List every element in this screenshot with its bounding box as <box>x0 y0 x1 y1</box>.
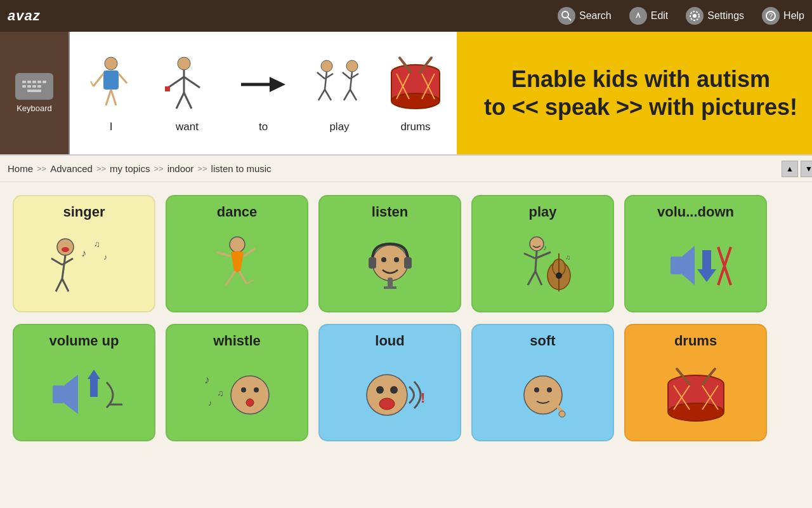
grid-row-2: volume up <box>13 324 812 441</box>
left-content: Keyboard <box>0 32 812 508</box>
breadcrumb-my-topics[interactable]: my topics <box>110 163 150 174</box>
svg-text:!: ! <box>421 390 425 406</box>
card-singer-label: singer <box>63 204 105 220</box>
svg-point-7 <box>105 57 117 70</box>
word-label-to: to <box>259 121 268 133</box>
help-button[interactable]: ? Help <box>762 7 804 25</box>
svg-point-0 <box>562 11 568 18</box>
word-card-to[interactable]: to <box>235 53 292 133</box>
scroll-up-arrow[interactable]: ▲ <box>782 161 798 177</box>
svg-point-105 <box>534 387 539 392</box>
edit-icon <box>629 7 647 25</box>
svg-line-60 <box>239 271 247 284</box>
card-drums-img <box>631 354 761 435</box>
svg-text:♪: ♪ <box>208 398 213 408</box>
settings-icon <box>686 7 704 25</box>
svg-point-100 <box>376 386 384 394</box>
card-singer[interactable]: singer ♪ ♫ <box>13 195 155 312</box>
breadcrumb-indoor[interactable]: indoor <box>167 163 194 174</box>
svg-point-29 <box>346 60 358 72</box>
svg-line-57 <box>217 252 231 257</box>
card-volume-down[interactable]: volu...down <box>624 195 767 312</box>
svg-point-106 <box>547 387 552 392</box>
word-img-i <box>82 53 140 117</box>
svg-line-16 <box>168 77 184 88</box>
card-dance[interactable]: dance <box>166 195 308 312</box>
svg-rect-81 <box>671 257 682 274</box>
svg-point-97 <box>254 387 259 392</box>
svg-line-73 <box>528 271 535 285</box>
settings-button[interactable]: Settings <box>686 7 744 25</box>
svg-point-78 <box>556 272 562 279</box>
svg-point-62 <box>372 245 408 281</box>
svg-marker-89 <box>88 370 100 379</box>
svg-line-71 <box>524 253 535 258</box>
svg-rect-83 <box>702 250 711 269</box>
word-label-play: play <box>329 121 349 133</box>
svg-text:♪: ♪ <box>543 243 547 252</box>
svg-point-98 <box>246 399 254 406</box>
word-card-i[interactable]: I <box>82 53 140 133</box>
svg-point-14 <box>178 57 190 70</box>
edit-label: Edit <box>651 10 669 22</box>
card-soft[interactable]: soft <box>471 324 614 441</box>
card-singer-img: ♪ ♫ ♪ <box>19 225 149 306</box>
help-label: Help <box>783 10 804 22</box>
card-soft-label: soft <box>530 333 555 349</box>
svg-line-25 <box>317 72 325 79</box>
search-icon <box>558 7 575 25</box>
ad-text: Enable kids with autismto << speak >> wi… <box>484 65 797 120</box>
card-loud[interactable]: loud <box>318 324 461 441</box>
sentence-bar: Keyboard <box>0 32 812 156</box>
svg-line-19 <box>184 93 192 109</box>
card-soft-img <box>478 354 608 435</box>
top-bar: avaz Search Edit Settings ? Help <box>0 0 812 32</box>
word-label-drums: drums <box>400 121 430 133</box>
card-play[interactable]: play <box>471 195 614 312</box>
svg-line-13 <box>111 90 116 105</box>
svg-point-108 <box>559 411 565 417</box>
svg-rect-20 <box>165 86 170 91</box>
svg-line-52 <box>62 279 69 291</box>
svg-line-74 <box>535 271 542 285</box>
word-card-drums[interactable]: drums <box>387 53 444 133</box>
svg-point-23 <box>321 60 332 72</box>
card-drums[interactable]: drums <box>624 324 767 441</box>
word-label-i: I <box>110 121 113 133</box>
grid-row-1: singer ♪ ♫ <box>13 195 812 312</box>
svg-point-47 <box>62 247 69 252</box>
card-loud-img: ! <box>325 354 455 435</box>
word-card-play[interactable]: play <box>311 53 368 133</box>
breadcrumb-bar: Home >> Advanced >> my topics >> indoor … <box>0 156 812 182</box>
card-listen[interactable]: listen <box>318 195 461 312</box>
breadcrumb-home[interactable]: Home <box>8 163 33 174</box>
svg-rect-90 <box>90 379 98 397</box>
svg-text:♪: ♪ <box>204 373 210 386</box>
svg-rect-66 <box>404 257 412 269</box>
svg-line-1 <box>568 17 571 20</box>
card-whistle[interactable]: whistle ♪ ♫ ♪ <box>166 324 308 441</box>
card-dance-label: dance <box>217 204 258 220</box>
svg-line-30 <box>350 72 352 90</box>
svg-rect-8 <box>103 70 119 90</box>
svg-line-18 <box>176 93 184 109</box>
svg-line-61 <box>247 280 253 284</box>
svg-line-49 <box>51 258 62 265</box>
card-volume-up[interactable]: volume up <box>13 324 155 441</box>
breadcrumb-advanced[interactable]: Advanced <box>50 163 93 174</box>
svg-point-56 <box>230 237 245 252</box>
svg-line-24 <box>325 72 327 90</box>
search-button[interactable]: Search <box>558 7 612 25</box>
svg-line-27 <box>318 90 325 100</box>
svg-text:?: ? <box>769 12 773 20</box>
word-img-play <box>311 53 368 117</box>
word-card-want[interactable]: want <box>159 53 216 133</box>
breadcrumb-listen-to-music[interactable]: listen to music <box>211 163 272 174</box>
scroll-down-arrow[interactable]: ▼ <box>801 161 812 177</box>
keyboard-button[interactable]: Keyboard <box>0 32 70 154</box>
edit-button[interactable]: Edit <box>629 7 669 25</box>
svg-line-17 <box>184 77 200 88</box>
keyboard-icon <box>15 73 53 100</box>
svg-marker-88 <box>64 375 78 414</box>
scroll-arrows: ▲ ▼ <box>782 161 812 177</box>
